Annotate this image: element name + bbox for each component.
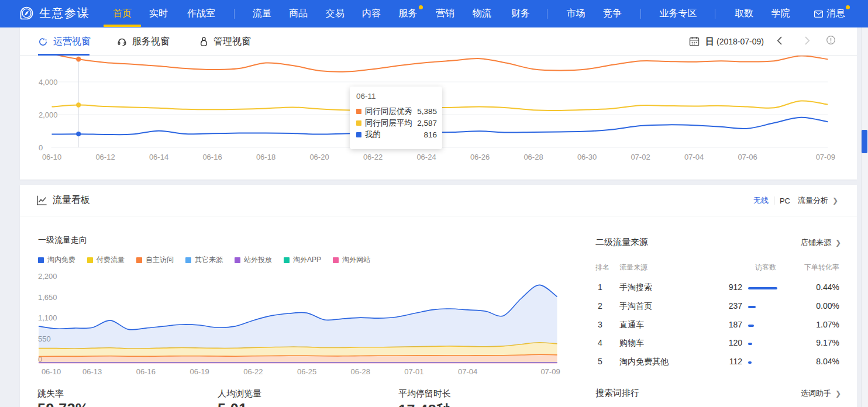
tooltip-row: 同行同层优秀5,385 — [356, 106, 437, 118]
nav-item-label: 实时 — [149, 8, 168, 18]
legend-item[interactable]: 付费流量 — [87, 255, 125, 265]
scrollbar-track[interactable] — [861, 27, 868, 407]
row-visitors: 112 — [707, 357, 742, 368]
chart-tooltip: 06-11 同行同层优秀5,385同行同层平均2,587我的816 — [350, 87, 442, 149]
metric-2: 人均浏览量5.01 — [218, 388, 261, 407]
legend-item[interactable]: 淘内免费 — [38, 255, 75, 265]
svg-text:1,650: 1,650 — [38, 293, 57, 302]
date-granularity[interactable]: 日 — [705, 36, 714, 47]
traffic-area-chart[interactable]: 05501,1001,6502,20006-1006-1306-1606-190… — [20, 268, 581, 379]
svg-text:07-04: 07-04 — [458, 367, 477, 376]
series-name: 同行同层平均 — [365, 118, 417, 129]
legend-item[interactable]: 其它来源 — [185, 255, 223, 265]
nav-item-label: 市场 — [567, 8, 585, 18]
view-tab-2[interactable]: 服务视窗 — [118, 27, 170, 56]
svg-text:06-25: 06-25 — [297, 367, 316, 376]
prev-day-arrow-icon[interactable] — [776, 36, 783, 45]
view-tab-1[interactable]: 运营视窗 — [39, 27, 91, 56]
notification-dot — [419, 5, 423, 9]
toggle-pc[interactable]: PC — [780, 196, 790, 205]
row-rank: 4 — [594, 338, 606, 350]
row-conversion: 0.44% — [793, 282, 839, 294]
nav-item-14[interactable]: 业务专区 — [660, 0, 697, 27]
nav-item-label: 首页 — [113, 8, 132, 18]
row-visitors: 237 — [707, 301, 742, 313]
scrollbar-thumb[interactable] — [862, 130, 867, 153]
date-controls: 日 (2018-07-09) — [689, 27, 764, 56]
nav-item-2[interactable]: 实时 — [149, 0, 168, 27]
legend-swatch — [235, 257, 240, 263]
legend-item[interactable]: 站外投放 — [235, 255, 272, 265]
row-visitors: 187 — [707, 320, 742, 332]
search-panel-title: 搜索词排行 — [595, 388, 639, 399]
legend-item[interactable]: 淘外网站 — [333, 255, 370, 265]
brand[interactable]: 生意参谋 — [20, 5, 89, 21]
nav-item-9[interactable]: 营销 — [436, 0, 454, 27]
series-value: 2,587 — [417, 119, 437, 127]
row-source-name: 手淘首页 — [619, 301, 652, 313]
person-icon — [200, 37, 208, 46]
nav-item-8[interactable]: 服务 — [399, 0, 418, 27]
svg-text:4,000: 4,000 — [39, 78, 58, 87]
svg-text:06-16: 06-16 — [136, 367, 156, 376]
metric-label: 平均停留时长 — [398, 388, 452, 399]
row-source-name: 购物车 — [619, 338, 644, 350]
svg-text:06-12: 06-12 — [95, 153, 115, 161]
svg-text:07-09: 07-09 — [540, 367, 560, 376]
nav-item-message[interactable]: 消息 — [814, 0, 845, 27]
nav-item-1[interactable]: 首页 — [113, 0, 132, 27]
series-value: 5,385 — [417, 107, 437, 116]
toggle-wireless[interactable]: 无线 — [753, 195, 769, 206]
legend-swatch — [38, 257, 44, 263]
trend-title: 一级流量走向 — [38, 235, 87, 246]
nav-item-3[interactable]: 作战室 — [187, 0, 215, 27]
nav-item-15[interactable]: 取数 — [735, 0, 753, 27]
legend-label: 其它来源 — [195, 255, 223, 265]
nav-item-11[interactable]: 财务 — [511, 0, 530, 27]
next-day-arrow-icon[interactable] — [804, 36, 811, 45]
svg-text:06-19: 06-19 — [190, 367, 209, 376]
info-icon[interactable] — [826, 36, 835, 44]
page: 生意参谋 首页实时作战室流量商品交易内容服务营销物流财务市场竞争业务专区取数学院… — [0, 0, 868, 407]
row-conversion: 0.00% — [793, 301, 839, 313]
kanban-title: 流量看板 — [53, 194, 90, 206]
row-conversion: 9.17% — [793, 338, 839, 350]
toggle-divider — [774, 196, 774, 205]
nav-divider — [640, 9, 641, 19]
svg-text:06-30: 06-30 — [577, 153, 597, 161]
shop-source-link[interactable]: 店铺来源 ❯ — [801, 237, 841, 248]
legend-item[interactable]: 淘外APP — [284, 255, 321, 265]
word-helper-link[interactable]: 选词助手 ❯ — [801, 388, 841, 399]
date-value[interactable]: (2018-07-09) — [717, 37, 764, 46]
legend-item[interactable]: 自主访问 — [136, 255, 174, 265]
nav-item-12[interactable]: 市场 — [567, 0, 585, 27]
nav-item-4[interactable]: 流量 — [253, 0, 271, 27]
legend-swatch — [136, 257, 142, 263]
view-tab-3[interactable]: 管理视窗 — [200, 27, 251, 56]
nav-item-5[interactable]: 商品 — [289, 0, 308, 27]
nav-divider — [715, 9, 715, 19]
traffic-analysis-link[interactable]: 流量分析 ❯ — [798, 195, 838, 206]
nav-item-label: 内容 — [362, 8, 381, 18]
svg-text:07-06: 07-06 — [738, 153, 757, 161]
nav-item-label: 业务专区 — [660, 8, 697, 18]
row-rank: 2 — [594, 301, 606, 313]
series-color-swatch — [356, 120, 361, 126]
nav-item-13[interactable]: 竞争 — [603, 0, 622, 27]
nav-item-16[interactable]: 学院 — [771, 0, 790, 27]
svg-text:06-22: 06-22 — [243, 367, 263, 376]
view-tab-label: 服务视窗 — [132, 36, 170, 48]
tooltip-date: 06-11 — [356, 92, 437, 101]
svg-text:06-14: 06-14 — [149, 153, 168, 161]
row-rank: 3 — [594, 320, 606, 332]
metric-value: 5.01 — [218, 401, 261, 407]
chevron-right-icon: ❯ — [835, 389, 841, 398]
nav-item-10[interactable]: 物流 — [473, 0, 491, 27]
nav-item-7[interactable]: 内容 — [362, 0, 381, 27]
nav-item-label: 作战室 — [187, 8, 215, 18]
calendar-icon[interactable] — [689, 36, 700, 47]
nav-item-6[interactable]: 交易 — [326, 0, 345, 27]
col-header-rank: 排名 — [595, 263, 609, 273]
row-visitors-bar — [748, 343, 752, 345]
overview-card: 运营视窗服务视窗管理视窗 日 (2018-07-09) 02,0004,0000… — [20, 27, 857, 180]
